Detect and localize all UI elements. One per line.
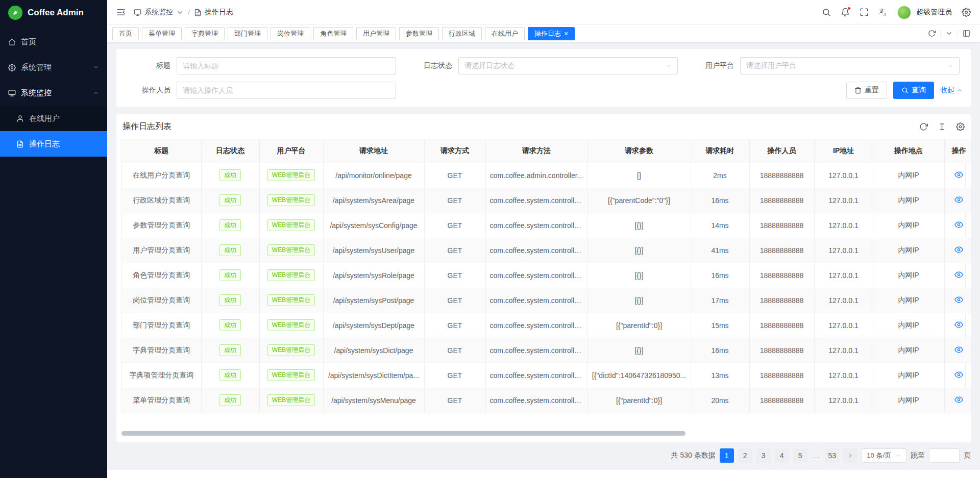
tab-dept-management[interactable]: 部门管理 [228,27,267,40]
tab-online-users[interactable]: 在线用户 [485,27,525,40]
table-row: 岗位管理分页查询成功WEB管理后台/api/system/sysPost/pag… [122,288,971,313]
status-select[interactable]: 请选择日志状态 [458,57,678,74]
cell-platform: WEB管理后台 [259,213,323,238]
reset-button[interactable]: 重置 [846,82,887,99]
view-detail-button[interactable] [954,320,963,329]
view-detail-button[interactable] [954,170,963,179]
table-row: 行政区域分页查询成功WEB管理后台/api/system/sysArea/pag… [122,188,971,213]
main-area: 系统监控 / 操作日志 文A 超级管理员 [107,0,980,478]
refresh-table-icon[interactable] [919,122,928,131]
tab-area-management[interactable]: 行政区域 [442,27,482,40]
tab-label: 字典管理 [191,29,218,38]
cell-platform: WEB管理后台 [259,188,323,213]
cell-function: com.coffee.system.controlle... [485,213,587,238]
operator-input[interactable] [177,82,396,99]
cell-title: 部门管理分页查询 [122,313,201,338]
settings-icon[interactable] [962,8,971,17]
cell-actions [944,363,971,388]
collapse-filters-link[interactable]: 收起 [940,86,963,95]
sidebar-item-label: 系统监控 [21,88,52,98]
current-user-name[interactable]: 超级管理员 [916,8,952,17]
title-input[interactable] [177,57,396,74]
page-button-1[interactable]: 1 [720,448,734,463]
user-avatar[interactable] [897,6,911,19]
view-detail-button[interactable] [954,195,963,204]
sidebar-item-operation-log[interactable]: 操作日志 [0,131,107,157]
tab-user-management[interactable]: 用户管理 [356,27,396,40]
filter-status-label: 日志状态 [406,61,452,70]
sidebar-item-system-management[interactable]: 系统管理 [0,55,107,80]
page-button-5[interactable]: 5 [793,448,807,463]
view-detail-button[interactable] [954,245,963,254]
view-detail-button[interactable] [954,345,963,354]
cell-status: 成功 [201,388,259,413]
tab-operation-log[interactable]: 操作日志× [528,27,575,40]
tab-post-management[interactable]: 岗位管理 [271,27,310,40]
close-tab-icon[interactable]: × [564,30,568,37]
tab-home[interactable]: 首页 [112,27,139,40]
refresh-tab-icon[interactable] [928,30,936,37]
search-icon[interactable] [822,8,831,17]
content-fullscreen-icon[interactable] [963,30,970,37]
cell-params: [{"parentId":0}] [587,388,691,413]
cell-actions [944,163,971,188]
platform-tag: WEB管理后台 [267,344,315,356]
cell-title: 岗位管理分页查询 [122,288,201,313]
next-page-button[interactable] [843,448,857,463]
platform-select[interactable]: 请选择用户平台 [740,57,960,74]
tab-role-management[interactable]: 角色管理 [313,27,353,40]
chevron-down-icon [176,9,184,16]
tab-dict-management[interactable]: 字典管理 [185,27,225,40]
sidebar-item-online-users[interactable]: 在线用户 [0,106,107,131]
language-icon[interactable]: 文A [878,8,888,17]
pager-ellipsis[interactable]: ... [812,451,821,460]
tab-label: 岗位管理 [277,29,304,38]
breadcrumb-item-log[interactable]: 操作日志 [194,8,233,17]
notifications-button[interactable] [841,8,850,17]
sidebar-item-system-monitor[interactable]: 系统监控 [0,80,107,106]
sidebar-item-home[interactable]: 首页 [0,29,107,55]
cell-operator: 18888888888 [749,288,814,313]
cell-ip: 127.0.0.1 [814,388,873,413]
cell-platform: WEB管理后台 [259,263,323,288]
breadcrumb-item-monitor[interactable]: 系统监控 [134,8,184,17]
search-button[interactable]: 查询 [893,82,934,99]
page-button-53[interactable]: 53 [825,448,839,463]
brand-logo[interactable]: Coffee Admin [0,0,107,25]
page-size-select[interactable]: 10 条/页 [862,448,906,463]
cell-ip: 127.0.0.1 [814,163,873,188]
cell-method: GET [424,188,485,213]
view-detail-button[interactable] [954,295,963,304]
tab-menu-icon[interactable] [945,30,953,37]
cell-method: GET [424,238,485,263]
cell-ip: 127.0.0.1 [814,338,873,363]
view-detail-button[interactable] [954,370,963,379]
cell-actions [944,188,971,213]
horizontal-scrollbar[interactable] [121,431,685,436]
view-detail-button[interactable] [954,395,963,404]
cell-params: [] [587,163,691,188]
page-button-4[interactable]: 4 [775,448,789,463]
row-density-icon[interactable] [938,122,946,131]
column-settings-icon[interactable] [956,122,965,131]
view-detail-button[interactable] [954,220,963,229]
cell-platform: WEB管理后台 [259,288,323,313]
filter-panel: 标题 日志状态 请选择日志状态 用户平台 请选择用户平台 [116,49,971,107]
tab-config-management[interactable]: 参数管理 [399,27,439,40]
chevron-right-icon [847,452,853,459]
cell-location: 内网IP [873,238,944,263]
status-tag: 成功 [219,169,241,181]
fullscreen-icon[interactable] [860,8,869,17]
tab-menu-management[interactable]: 菜单管理 [142,27,182,40]
page-button-3[interactable]: 3 [756,448,771,463]
chevron-down-icon [947,63,953,69]
collapse-sidebar-icon[interactable] [116,8,126,17]
log-table-card: 操作日志列表 标题日志状 [116,114,971,442]
page-button-2[interactable]: 2 [738,448,752,463]
table-row: 参数管理分页查询成功WEB管理后台/api/system/sysConfig/p… [122,213,971,238]
view-detail-button[interactable] [954,270,963,279]
column-header: 操作 [944,139,971,163]
app-root: Coffee Admin 首页系统管理系统监控在线用户操作日志 系统监控 / 操… [0,0,980,478]
status-tag: 成功 [219,194,241,206]
jump-page-input[interactable] [929,448,960,463]
